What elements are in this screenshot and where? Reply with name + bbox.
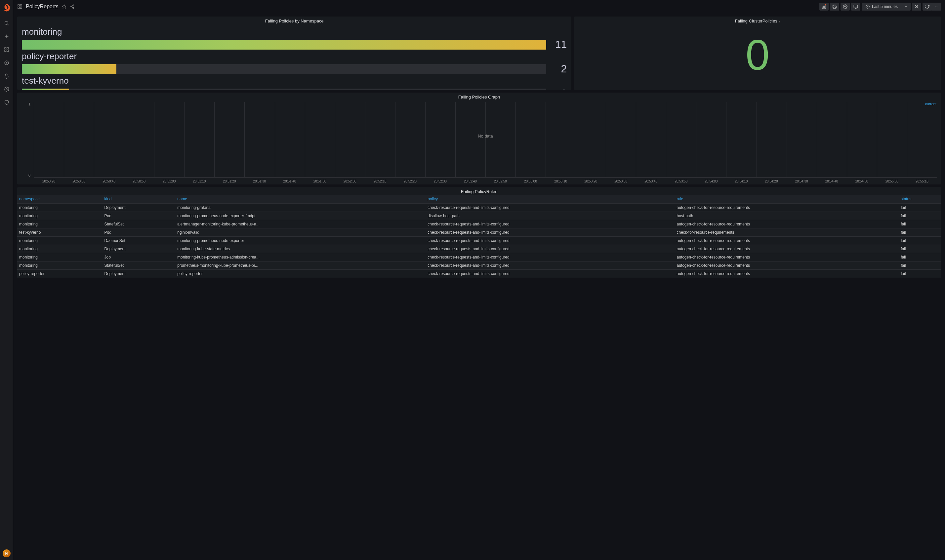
panel-title: Failing Policies Graph <box>17 92 941 100</box>
table-cell: nginx-invalid <box>175 228 426 237</box>
table-cell: fail <box>899 253 941 262</box>
table-cell: fail <box>899 270 941 278</box>
time-range-label: Last 5 minutes <box>872 4 898 9</box>
table-row[interactable]: monitoringDeploymentmonitoring-grafanach… <box>17 204 941 212</box>
table-cell: DaemonSet <box>103 237 175 245</box>
refresh-button[interactable] <box>922 3 932 11</box>
x-tick: 20:51:00 <box>154 180 184 183</box>
y-tick: 1 <box>28 102 31 106</box>
svg-rect-22 <box>823 6 824 9</box>
configuration-icon[interactable] <box>0 83 13 96</box>
panel-failing-policies-graph[interactable]: Failing Policies Graph current 1 0 No da… <box>17 92 941 185</box>
x-tick: 20:52:40 <box>455 180 485 183</box>
table-cell: Job <box>103 253 175 262</box>
table-cell: check-resource-requests-and-limits-confi… <box>426 253 674 262</box>
table-cell: fail <box>899 262 941 270</box>
column-header-name[interactable]: name <box>175 195 426 204</box>
dashboards-icon[interactable] <box>0 43 13 56</box>
table-row[interactable]: monitoringStatefulSetprometheus-monitori… <box>17 262 941 270</box>
svg-line-32 <box>917 8 919 9</box>
plus-icon[interactable] <box>0 30 13 43</box>
table-cell: check-resource-requests-and-limits-confi… <box>426 270 674 278</box>
x-tick: 20:50:30 <box>64 180 94 183</box>
table-row[interactable]: monitoringDaemonSetmonitoring-prometheus… <box>17 237 941 245</box>
column-header-namespace[interactable]: namespace <box>17 195 103 204</box>
view-mode-button[interactable] <box>851 3 860 11</box>
clusterpolicy-count: 0 <box>574 33 941 76</box>
zoom-out-button[interactable] <box>912 3 921 11</box>
alerting-icon[interactable] <box>0 69 13 83</box>
settings-button[interactable] <box>840 3 850 11</box>
save-button[interactable] <box>830 3 839 11</box>
panel-failing-policyrules[interactable]: Failing PolicyRules namespacekindnamepol… <box>17 187 941 278</box>
table-row[interactable]: test-kyvernoPodnginx-invalidcheck-resour… <box>17 228 941 237</box>
star-icon[interactable] <box>62 4 66 9</box>
x-tick: 20:53:00 <box>516 180 546 183</box>
x-tick: 20:51:20 <box>214 180 244 183</box>
server-admin-icon[interactable] <box>0 96 13 109</box>
user-avatar[interactable]: H <box>3 549 11 557</box>
x-tick: 20:52:50 <box>485 180 516 183</box>
time-range-picker[interactable]: Last 5 minutes <box>862 3 901 11</box>
x-tick: 20:55:00 <box>877 180 907 183</box>
table-row[interactable]: monitoringJobmonitoring-kube-prometheus-… <box>17 253 941 262</box>
sidebar: H <box>0 0 13 560</box>
x-tick: 20:51:10 <box>184 180 214 183</box>
x-tick: 20:54:10 <box>726 180 756 183</box>
x-tick: 20:53:50 <box>666 180 696 183</box>
search-icon[interactable] <box>0 17 13 30</box>
panel-failing-clusterpolicies[interactable]: Failing ClusterPolicies▾ 0 <box>574 17 941 90</box>
table-cell: autogen-check-for-resource-requirements <box>674 237 899 245</box>
time-range-chevron[interactable] <box>901 3 911 11</box>
namespace-bar-row: monitoring11 <box>22 27 567 51</box>
column-header-status[interactable]: status <box>899 195 941 204</box>
table-row[interactable]: monitoringDeploymentmonitoring-kube-stat… <box>17 245 941 253</box>
x-tick: 20:53:30 <box>606 180 636 183</box>
x-tick: 20:51:30 <box>244 180 274 183</box>
table-cell: monitoring-grafana <box>175 204 426 212</box>
column-header-rule[interactable]: rule <box>674 195 899 204</box>
table-cell: Deployment <box>103 245 175 253</box>
grafana-logo[interactable] <box>2 3 11 12</box>
table-cell: check-resource-requests-and-limits-confi… <box>426 228 674 237</box>
table-cell: monitoring <box>17 245 103 253</box>
x-tick: 20:54:20 <box>757 180 786 183</box>
panel-title: Failing PolicyRules <box>17 187 941 195</box>
page-title[interactable]: PolicyReports <box>26 4 58 9</box>
svg-line-20 <box>71 6 73 6</box>
explore-icon[interactable] <box>0 56 13 69</box>
table-cell: monitoring-prometheus-node-exporter-fmdp… <box>175 212 426 220</box>
table-row[interactable]: monitoringPodmonitoring-prometheus-node-… <box>17 212 941 220</box>
panel-title: Failing ClusterPolicies▾ <box>574 17 941 24</box>
refresh-interval-chevron[interactable] <box>932 3 941 11</box>
svg-rect-27 <box>854 5 858 8</box>
table-cell: autogen-check-for-resource-requirements <box>674 253 899 262</box>
table-cell: monitoring <box>17 253 103 262</box>
panel-failing-policies-by-namespace[interactable]: Failing Policies by Namespace monitoring… <box>17 17 571 90</box>
column-header-kind[interactable]: kind <box>103 195 175 204</box>
namespace-bar-row: test-kyverno1 <box>22 76 567 90</box>
table-cell: host-path <box>674 212 899 220</box>
table-row[interactable]: policy-reporterDeploymentpolicy-reporter… <box>17 270 941 278</box>
svg-rect-7 <box>7 50 9 52</box>
table-cell: autogen-check-for-resource-requirements <box>674 270 899 278</box>
policyrules-table: namespacekindnamepolicyrulestatus monito… <box>17 195 941 278</box>
x-tick: 20:54:00 <box>696 180 726 183</box>
x-tick: 20:53:20 <box>576 180 606 183</box>
namespace-value: 2 <box>551 63 567 75</box>
column-header-policy[interactable]: policy <box>426 195 674 204</box>
svg-rect-23 <box>825 5 826 9</box>
table-cell: StatefulSet <box>103 262 175 270</box>
table-cell: Deployment <box>103 204 175 212</box>
namespace-value: 11 <box>551 38 567 51</box>
table-cell: monitoring-prometheus-node-exporter <box>175 237 426 245</box>
svg-rect-11 <box>18 5 20 6</box>
dashboard-icon[interactable] <box>17 4 23 9</box>
table-row[interactable]: monitoringStatefulSetalertmanager-monito… <box>17 220 941 228</box>
share-icon[interactable] <box>70 4 74 9</box>
table-cell: disallow-host-path <box>426 212 674 220</box>
x-tick: 20:50:20 <box>34 180 64 183</box>
x-tick: 20:54:40 <box>817 180 847 183</box>
add-panel-button[interactable] <box>819 3 829 11</box>
svg-point-10 <box>6 89 7 90</box>
